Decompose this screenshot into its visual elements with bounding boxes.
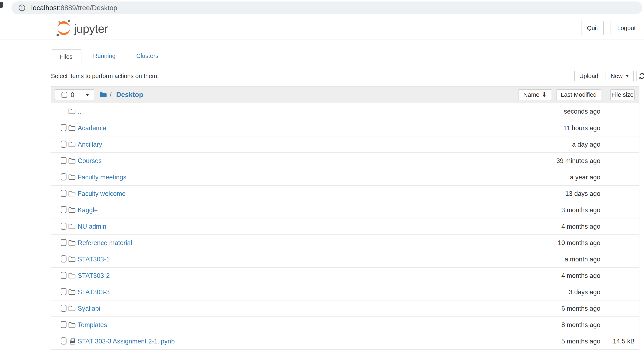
table-row: Faculty welcome13 days ago [51, 185, 639, 202]
row-checkbox[interactable] [61, 141, 66, 148]
url-text: localhost:8889/tree/Desktop [31, 4, 117, 12]
last-modified-value: 5 months ago [509, 338, 600, 345]
table-row: STAT303-1a month ago [51, 251, 639, 267]
jupyter-logo[interactable]: jupyter [56, 19, 108, 38]
row-checkbox-cell [61, 173, 66, 181]
table-row-partial [51, 349, 639, 353]
item-link[interactable]: Kaggle [78, 206, 98, 214]
tab-files[interactable]: Files [51, 49, 82, 64]
row-checkbox-cell [61, 124, 66, 132]
folder-icon [66, 240, 78, 246]
browser-edge-fragment [0, 2, 3, 8]
main-content: Files Running Clusters Select items to p… [51, 39, 644, 353]
row-checkbox-cell [61, 239, 66, 247]
select-filter-dropdown[interactable] [80, 90, 94, 100]
table-row: STAT303-24 months ago [51, 267, 639, 284]
refresh-button[interactable] [636, 71, 644, 81]
last-modified-value: 6 months ago [509, 305, 600, 312]
row-checkbox[interactable] [61, 190, 66, 197]
page-info-icon[interactable] [18, 4, 26, 12]
list-header: 0 / Desktop Name Last Modified Fil [51, 86, 640, 103]
item-link[interactable]: Templates [78, 321, 107, 329]
item-link[interactable]: Academia [78, 124, 106, 132]
row-checkbox[interactable] [61, 206, 66, 213]
tab-running[interactable]: Running [93, 52, 116, 64]
item-link[interactable]: Syallabi [78, 305, 100, 312]
new-label: New [610, 73, 622, 79]
jupyter-logo-text: jupyter [74, 22, 108, 35]
table-row: NU admin4 months ago [51, 218, 639, 234]
browser-chrome: localhost:8889/tree/Desktop [0, 0, 644, 17]
action-row: Select items to perform actions on them.… [51, 71, 644, 81]
row-checkbox[interactable] [61, 305, 66, 312]
row-checkbox-cell [61, 321, 66, 329]
file-size-value: 14.5 kB [600, 338, 635, 345]
item-link[interactable]: Faculty welcome [78, 190, 126, 197]
folder-icon [66, 256, 78, 263]
toolbar-buttons: Upload New [574, 71, 644, 81]
row-checkbox-cell [61, 223, 66, 231]
row-checkbox[interactable] [61, 321, 66, 328]
row-checkbox-cell [61, 288, 66, 296]
row-checkbox[interactable] [61, 239, 66, 246]
item-link[interactable]: STAT303-3 [78, 289, 110, 296]
item-link[interactable]: STAT 303-3 Assignment 2-1.ipynb [78, 338, 175, 345]
folder-icon [66, 207, 78, 213]
row-checkbox[interactable] [61, 272, 66, 279]
last-modified-value: 3 months ago [509, 206, 600, 214]
row-checkbox[interactable] [61, 223, 66, 230]
address-bar[interactable]: localhost:8889/tree/Desktop [12, 1, 642, 14]
row-checkbox[interactable] [61, 124, 66, 131]
row-checkbox[interactable] [61, 288, 66, 295]
folder-icon [66, 190, 78, 197]
sort-name-button[interactable]: Name [518, 89, 552, 100]
upload-button[interactable]: Upload [574, 71, 603, 81]
row-checkbox[interactable] [61, 173, 66, 180]
item-link[interactable]: STAT303-2 [78, 272, 110, 280]
refresh-icon [638, 72, 644, 79]
item-link[interactable]: Ancillary [78, 141, 102, 148]
folder-icon [66, 125, 78, 131]
url-path: :8889/tree/Desktop [58, 4, 117, 12]
last-modified-value: 13 days ago [509, 190, 600, 197]
table-row: STAT303-33 days ago [51, 284, 639, 300]
table-row: Ancillarya day ago [51, 136, 639, 152]
row-checkbox-cell [61, 206, 66, 214]
item-link[interactable]: Reference material [78, 239, 132, 247]
row-checkbox-cell [61, 190, 66, 198]
row-checkbox-cell [61, 338, 66, 345]
tab-clusters[interactable]: Clusters [136, 52, 158, 64]
sort-size-button[interactable]: File size [610, 89, 635, 100]
sort-modified-button[interactable]: Last Modified [556, 89, 601, 100]
row-checkbox[interactable] [61, 157, 66, 164]
table-row: STAT 303-3 Assignment 2-1.ipynb5 months … [51, 333, 639, 349]
folder-icon [66, 174, 78, 180]
select-all-button[interactable]: 0 [55, 90, 80, 100]
new-dropdown-button[interactable]: New [606, 71, 634, 81]
tab-bar: Files Running Clusters [51, 49, 640, 64]
logout-button[interactable]: Logout [610, 21, 642, 35]
row-checkbox[interactable] [61, 255, 66, 263]
row-checkbox-cell [61, 272, 66, 280]
folder-icon [66, 223, 78, 230]
quit-button[interactable]: Quit [581, 21, 604, 35]
header-buttons: Quit Logout [581, 21, 642, 35]
url-host: localhost [31, 4, 58, 12]
sort-buttons: Name Last Modified File size [518, 89, 635, 100]
item-link[interactable]: Faculty meetings [78, 174, 126, 181]
breadcrumb-separator: / [110, 91, 112, 99]
breadcrumb-current[interactable]: Desktop [116, 91, 143, 99]
selected-count: 0 [71, 91, 74, 99]
item-link[interactable]: .. [78, 108, 81, 115]
caret-down-icon [86, 94, 89, 96]
item-link[interactable]: STAT303-1 [78, 256, 110, 263]
row-checkbox[interactable] [61, 338, 66, 345]
select-all-group: 0 [55, 89, 94, 100]
last-modified-value: 10 months ago [509, 239, 600, 247]
item-link[interactable]: Courses [78, 157, 102, 165]
item-link[interactable]: NU admin [78, 223, 106, 230]
last-modified-value: seconds ago [509, 108, 600, 115]
select-all-checkbox[interactable] [62, 92, 67, 98]
breadcrumb-root-folder-icon[interactable] [99, 91, 107, 98]
folder-icon [66, 141, 78, 148]
